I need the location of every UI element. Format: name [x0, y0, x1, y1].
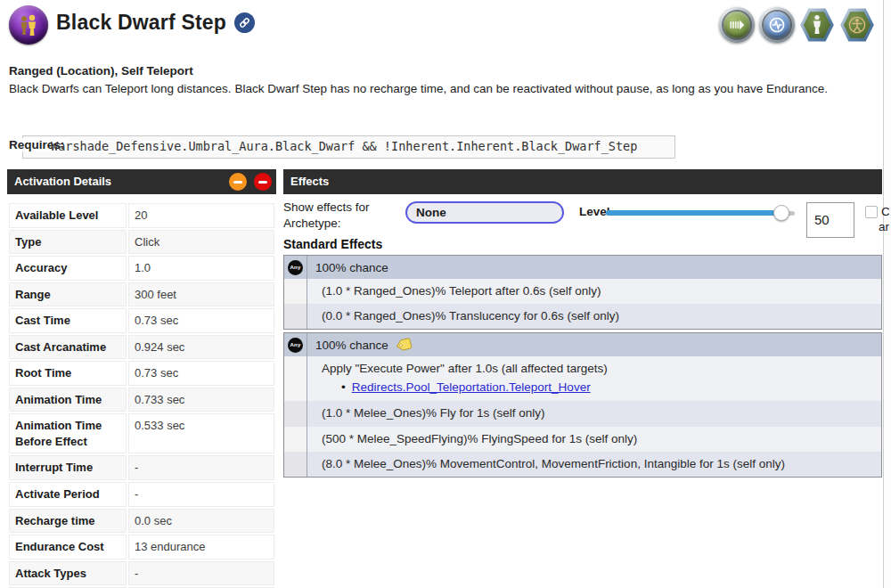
effect-row-gutter [284, 427, 307, 452]
table-row: Recharge time0.0 sec [9, 509, 274, 534]
detail-label: Animation Time Before Effect [9, 413, 127, 453]
table-row: Cast Arcanatime0.924 sec [9, 335, 274, 360]
detail-label: Recharge time [9, 509, 127, 534]
slider-thumb[interactable] [773, 205, 789, 221]
redirect-link[interactable]: Redirects.Pool_Teleportation.Teleport_Ho… [352, 380, 591, 394]
detail-label: Animation Time [9, 388, 127, 412]
power-icon [9, 5, 48, 45]
permalink-icon[interactable] [234, 12, 255, 33]
effect-group: Any 100% chance (1.0 * Ranged_Ones)% Tel… [283, 255, 882, 330]
chance-text: 100% chance [315, 339, 388, 352]
detail-value: 300 feet [128, 282, 274, 307]
detail-value: 1.0 [128, 256, 274, 281]
page-title: Black Dwarf Step [56, 11, 226, 35]
effect-row: (500 * Melee_SpeedFlying)% FlyingSpeed f… [284, 427, 881, 452]
pulse-icon [759, 7, 795, 43]
effect-text: (8.0 * Melee_Ones)% MovementControl, Mov… [307, 452, 881, 477]
effect-text: (1.0 * Melee_Ones)% Fly for 1s (self onl… [307, 401, 881, 426]
detail-label: Cast Time [9, 308, 127, 333]
detail-label: Accuracy [9, 256, 127, 281]
effect-row-gutter [284, 304, 307, 329]
effect-row: Apply "Execute Power" after 1.0s (all af… [284, 356, 881, 401]
table-row: Root Time0.73 sec [9, 361, 274, 386]
table-row: Cast Time0.73 sec [9, 308, 274, 333]
detail-label: Range [9, 282, 127, 307]
detail-value: - [128, 561, 274, 586]
activation-details-title: Activation Details [14, 175, 111, 188]
effect-row-gutter [284, 401, 307, 426]
power-type-line: Ranged (Location), Self Teleport [9, 64, 193, 78]
detail-value: 0.533 sec [128, 413, 274, 453]
any-archetype-icon: Any [284, 256, 307, 279]
detail-label: Available Level [9, 203, 127, 228]
effects-title: Effects [290, 175, 329, 188]
detail-value: 13 endurance [128, 535, 274, 559]
effect-row-gutter [284, 279, 307, 304]
table-row: Animation Time Before Effect0.533 sec [9, 413, 274, 453]
detail-label: Activate Period [9, 482, 127, 507]
effect-group: Any 100% chance Apply "Execute Power" af… [283, 332, 882, 478]
activation-details-panel: Activation Details [7, 169, 276, 194]
level-input[interactable]: 50 [806, 202, 854, 238]
detail-label: Interrupt Time [9, 455, 127, 480]
activation-details-header: Activation Details [7, 169, 276, 194]
effect-row: (1.0 * Melee_Ones)% Fly for 1s (self onl… [284, 401, 881, 426]
title-row: Black Dwarf Step [56, 11, 255, 35]
collapse-minus-red-button[interactable] [254, 173, 272, 191]
effect-text: (0.0 * Ranged_Ones)% Translucency for 0.… [307, 304, 881, 329]
minus-icon [233, 181, 242, 184]
effect-group-header: Any 100% chance [284, 256, 881, 279]
detail-value: 0.924 sec [128, 335, 274, 360]
detail-value: - [128, 455, 274, 480]
table-row: Attack Types- [9, 561, 274, 586]
table-row: Available Level20 [9, 203, 274, 228]
effect-text: (500 * Melee_SpeedFlying)% FlyingSpeed f… [307, 427, 881, 452]
effect-row-gutter [284, 452, 307, 477]
bullet-icon: • [341, 380, 346, 394]
effect-text: (1.0 * Ranged_Ones)% Teleport after 0.6s… [307, 279, 881, 304]
table-row: Range300 feet [9, 282, 274, 307]
detail-label: Cast Arcanatime [9, 335, 127, 360]
detail-label: Type [9, 230, 127, 255]
detail-value: 0.733 sec [128, 388, 274, 412]
effect-group-header: Any 100% chance [284, 333, 881, 356]
archetype-select[interactable]: None [405, 201, 564, 224]
table-row: Endurance Cost13 endurance [9, 535, 274, 559]
collapse-minus-orange-button[interactable] [229, 173, 247, 191]
detail-value: 0.0 sec [128, 509, 274, 534]
any-badge-icon: Any [288, 260, 303, 275]
detail-value: 0.73 sec [128, 308, 274, 333]
minus-icon [258, 181, 267, 184]
standard-effects-label: Standard Effects [283, 237, 382, 251]
detail-value: - [128, 482, 274, 507]
table-row: Activate Period- [9, 482, 274, 507]
activation-details-table: Available Level20 TypeClick Accuracy1.0 … [7, 201, 276, 588]
effect-row-gutter [284, 356, 307, 401]
type-badges [719, 7, 875, 43]
table-row: Accuracy1.0 [9, 256, 274, 281]
checkbox[interactable] [865, 206, 878, 218]
tag-icon [393, 335, 414, 355]
power-description: Black Dwarfs can Teleport long distances… [9, 80, 862, 98]
effect-text: Apply "Execute Power" after 1.0s (all af… [322, 361, 874, 377]
detail-value: 0.73 sec [128, 361, 274, 386]
effect-row: (8.0 * Melee_Ones)% MovementControl, Mov… [284, 452, 881, 477]
detail-label: Endurance Cost [9, 535, 127, 559]
slider-fill [606, 210, 781, 216]
charge-bars-icon [719, 7, 755, 43]
effect-row: (1.0 * Ranged_Ones)% Teleport after 0.6s… [284, 279, 881, 304]
checkbox-label-line1: C [881, 205, 889, 218]
any-badge-icon: Any [288, 338, 303, 353]
chance-text: 100% chance [315, 261, 388, 274]
detail-value: 20 [128, 203, 274, 228]
detail-label: Attack Types [9, 561, 127, 586]
detail-value: Click [128, 230, 274, 255]
table-row: Interrupt Time- [9, 455, 274, 480]
effects-header: Effects [283, 169, 882, 194]
body-icon [799, 7, 835, 43]
table-row: Animation Time0.733 sec [9, 388, 274, 412]
vitruvian-icon [839, 7, 875, 43]
any-archetype-icon: Any [284, 333, 307, 356]
level-slider[interactable] [606, 205, 795, 221]
dwarf-figures-icon [15, 12, 42, 38]
